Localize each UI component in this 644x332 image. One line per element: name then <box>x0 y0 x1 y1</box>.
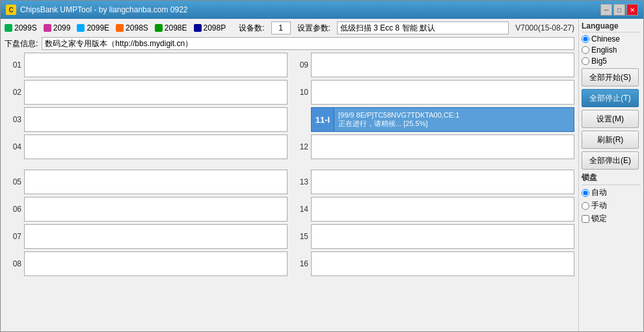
settings-label: 设置参数: <box>297 23 330 34</box>
radio-big5-label: Big5 <box>591 57 607 66</box>
lock-disk-title: 锁盘 <box>582 172 641 185</box>
legend-label-2098p: 2098P <box>204 23 226 32</box>
device-count-input[interactable] <box>271 21 291 34</box>
radio-big5[interactable]: Big5 <box>582 57 641 66</box>
legend-dot-2098p <box>194 24 202 32</box>
slot-15-num: 15 <box>291 224 310 249</box>
slot-15-box[interactable] <box>311 224 574 249</box>
left-slot-column: 01 02 03 04 <box>5 53 288 329</box>
slot-02-box[interactable] <box>24 80 288 105</box>
slot-12-box[interactable] <box>311 134 574 159</box>
radio-english[interactable]: English <box>582 45 641 55</box>
slot-08-box[interactable] <box>24 251 288 276</box>
slot-11-content[interactable]: [99/9 8E/P]TC58NVG7TDKTA00,CE:1 正在进行，请稍候… <box>334 107 574 132</box>
stop-all-button[interactable]: 全部停止(T) <box>582 89 639 107</box>
right-panel: Language Chinese English Big5 全部开始(S) 全部… <box>578 19 643 331</box>
slot-11-line1: [99/9 8E/P]TC58NVG7TDKTA00,CE:1 <box>338 111 570 119</box>
main-area: 2099S 2099 2099E 2098S 2098E <box>1 19 578 331</box>
slot-row-14: 14 <box>291 197 574 222</box>
title-bar-left: C ChipsBank UMPTool - by liangchanba.com… <box>6 5 187 15</box>
slot-05-box[interactable] <box>24 170 288 194</box>
minimize-button[interactable]: ─ <box>600 4 612 16</box>
info-row: 下盘信息: <box>5 37 574 50</box>
settings-input[interactable] <box>337 21 509 34</box>
slot-02-num: 02 <box>5 80 23 105</box>
left-spacer <box>5 162 288 167</box>
right-slot-column: 09 10 11-I [99/9 8E/P]TC58NVG7TDKTA <box>291 53 574 329</box>
slot-14-num: 14 <box>291 197 310 222</box>
slot-01-num: 01 <box>5 53 23 77</box>
slot-03-num: 03 <box>5 107 23 132</box>
slot-10-box[interactable] <box>311 80 574 105</box>
slot-16-box[interactable] <box>311 251 574 276</box>
slot-09-box[interactable] <box>311 53 574 77</box>
right-spacer <box>291 162 574 167</box>
legend-2098e: 2098E <box>155 23 187 32</box>
maximize-button[interactable]: □ <box>613 4 625 16</box>
radio-auto-input[interactable] <box>582 189 589 197</box>
radio-manual-input[interactable] <box>582 202 589 210</box>
lock-checkbox-input[interactable] <box>582 215 589 223</box>
slot-row-06: 06 <box>5 197 288 222</box>
lock-disk-section: 锁盘 自动 手动 锁定 <box>582 172 641 224</box>
radio-chinese[interactable]: Chinese <box>582 34 641 44</box>
window-title: ChipsBank UMPTool - by liangchanba.com 0… <box>20 5 187 14</box>
legend-row: 2099S 2099 2099E 2098S 2098E <box>5 21 574 34</box>
title-buttons: ─ □ ✕ <box>600 4 638 16</box>
radio-manual-label: 手动 <box>591 200 607 211</box>
slot-03-box[interactable] <box>24 107 288 132</box>
slot-11-line2: 正在进行，请稍候... [25.5%] <box>338 119 570 129</box>
radio-big5-input[interactable] <box>582 57 589 65</box>
slot-row-12: 12 <box>291 134 574 159</box>
legend-2099e: 2099E <box>77 23 109 32</box>
legend-2099s: 2099S <box>5 23 37 32</box>
close-button[interactable]: ✕ <box>626 4 638 16</box>
refresh-button[interactable]: 刷新(R) <box>582 131 639 149</box>
main-window: C ChipsBank UMPTool - by liangchanba.com… <box>0 0 644 332</box>
legend-dot-2099 <box>44 24 51 32</box>
radio-english-input[interactable] <box>582 46 589 54</box>
slot-row-13: 13 <box>291 170 574 194</box>
start-all-button[interactable]: 全部开始(S) <box>582 68 639 86</box>
slot-11-num-label <box>291 107 310 132</box>
slot-13-num: 13 <box>291 170 310 194</box>
slot-01-box[interactable] <box>24 53 288 77</box>
slot-row-11: 11-I [99/9 8E/P]TC58NVG7TDKTA00,CE:1 正在进… <box>291 107 574 132</box>
info-label: 下盘信息: <box>5 38 38 49</box>
slot-row-01: 01 <box>5 53 288 77</box>
content-area: 2099S 2099 2099E 2098S 2098E <box>1 19 643 331</box>
radio-chinese-label: Chinese <box>591 34 620 44</box>
title-bar: C ChipsBank UMPTool - by liangchanba.com… <box>1 1 643 19</box>
slot-row-16: 16 <box>291 251 574 276</box>
app-icon: C <box>6 5 16 15</box>
slot-13-box[interactable] <box>311 170 574 194</box>
version-label: V7000(15-08-27) <box>515 23 574 32</box>
settings-button[interactable]: 设置(M) <box>582 110 639 128</box>
slot-row-08: 08 <box>5 251 288 276</box>
eject-all-button[interactable]: 全部弹出(E) <box>582 151 639 170</box>
lock-checkbox-item[interactable]: 锁定 <box>582 213 641 224</box>
radio-chinese-input[interactable] <box>582 35 589 43</box>
slot-09-num: 09 <box>291 53 310 77</box>
language-section: Language Chinese English Big5 <box>582 21 641 66</box>
slot-11-active-num[interactable]: 11-I <box>311 107 334 132</box>
slot-14-box[interactable] <box>311 197 574 222</box>
slot-06-box[interactable] <box>24 197 288 222</box>
slot-row-10: 10 <box>291 80 574 105</box>
slot-row-07: 07 <box>5 224 288 249</box>
legend-dot-2098s <box>116 24 124 32</box>
legend-label-2098s: 2098S <box>126 23 148 32</box>
slot-04-box[interactable] <box>24 134 288 159</box>
legend-2098s: 2098S <box>116 23 148 32</box>
legend-2099: 2099 <box>44 23 71 32</box>
slot-11-wrapper: 11-I [99/9 8E/P]TC58NVG7TDKTA00,CE:1 正在进… <box>311 107 574 132</box>
radio-manual[interactable]: 手动 <box>582 200 641 211</box>
legend-2098p: 2098P <box>194 23 226 32</box>
slot-07-box[interactable] <box>24 224 288 249</box>
radio-auto-label: 自动 <box>591 187 607 198</box>
radio-english-label: English <box>591 45 617 55</box>
radio-auto[interactable]: 自动 <box>582 187 641 198</box>
slot-row-15: 15 <box>291 224 574 249</box>
slot-row-05: 05 <box>5 170 288 194</box>
info-input[interactable] <box>42 37 574 50</box>
